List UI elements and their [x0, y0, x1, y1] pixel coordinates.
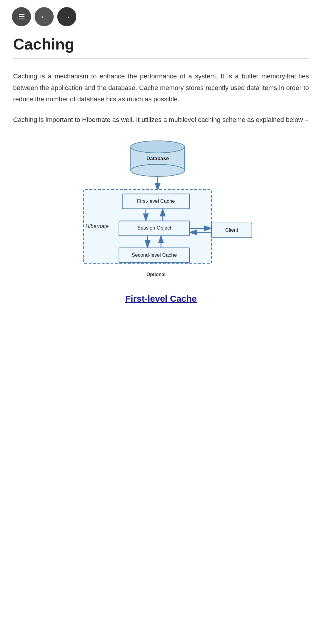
svg-text:Client: Client — [225, 227, 238, 233]
paragraph-1: Caching is a mechanism to enhance the pe… — [13, 71, 309, 105]
svg-point-4 — [131, 141, 185, 153]
hibernate-label: Hibernate — [85, 223, 109, 229]
menu-button[interactable]: ☰ — [12, 7, 31, 26]
page-title: Caching — [13, 35, 309, 53]
svg-text:Session Object: Session Object — [137, 225, 171, 231]
first-level-cache-heading[interactable]: First-level Cache — [13, 294, 309, 304]
back-arrow-icon: ← — [40, 12, 48, 21]
database-label: Database — [146, 156, 169, 161]
caching-diagram: Database First-level Cache Session Objec… — [13, 137, 309, 279]
forward-button[interactable]: → — [57, 7, 76, 26]
menu-icon: ☰ — [18, 12, 25, 21]
back-button[interactable]: ← — [35, 7, 54, 26]
optional-label: Optional — [146, 272, 165, 277]
main-content: Caching Caching is a mechanism to enhanc… — [0, 32, 322, 316]
svg-text:Second-level Cache: Second-level Cache — [132, 252, 177, 258]
title-divider — [13, 58, 309, 59]
svg-text:First-level Cache: First-level Cache — [137, 198, 175, 204]
forward-arrow-icon: → — [63, 12, 71, 21]
paragraph-2: Caching is important to Hibernate as wel… — [13, 114, 309, 126]
svg-point-5 — [131, 164, 185, 177]
top-navigation: ☰ ← → — [0, 0, 322, 32]
